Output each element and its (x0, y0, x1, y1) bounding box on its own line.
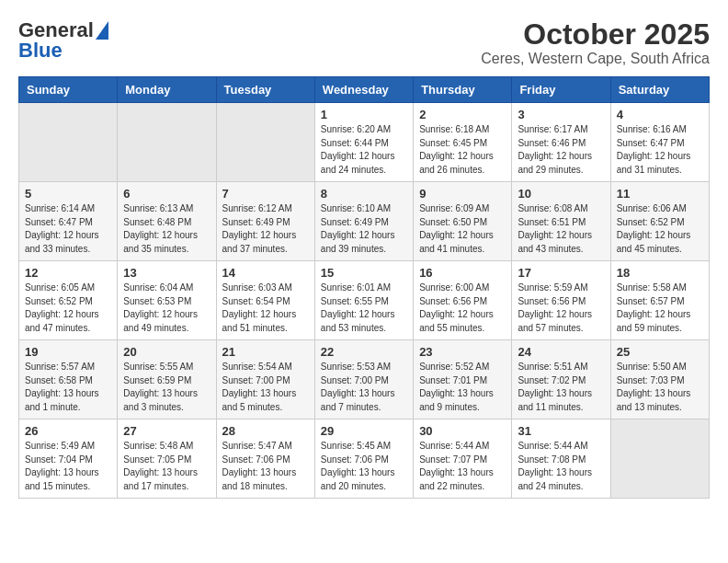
day-number: 7 (222, 187, 309, 201)
day-number: 19 (25, 345, 111, 359)
day-number: 22 (321, 345, 407, 359)
day-number: 4 (617, 108, 703, 121)
calendar-cell: 8Sunrise: 6:10 AM Sunset: 6:49 PM Daylig… (314, 182, 413, 261)
calendar-week-row: 19Sunrise: 5:57 AM Sunset: 6:58 PM Dayli… (19, 340, 710, 419)
day-number: 8 (321, 187, 407, 201)
calendar-cell: 10Sunrise: 6:08 AM Sunset: 6:51 PM Dayli… (512, 182, 610, 261)
day-number: 15 (321, 266, 407, 280)
calendar-cell: 1Sunrise: 6:20 AM Sunset: 6:44 PM Daylig… (314, 103, 413, 182)
calendar-week-row: 12Sunrise: 6:05 AM Sunset: 6:52 PM Dayli… (19, 261, 710, 340)
day-number: 30 (419, 424, 506, 438)
calendar-cell: 26Sunrise: 5:49 AM Sunset: 7:04 PM Dayli… (19, 419, 118, 499)
day-info: Sunrise: 6:09 AM Sunset: 6:50 PM Dayligh… (419, 202, 506, 256)
calendar-cell: 18Sunrise: 5:58 AM Sunset: 6:57 PM Dayli… (610, 261, 709, 340)
calendar-cell: 2Sunrise: 6:18 AM Sunset: 6:45 PM Daylig… (414, 103, 512, 182)
day-info: Sunrise: 6:12 AM Sunset: 6:49 PM Dayligh… (222, 202, 309, 256)
day-info: Sunrise: 5:50 AM Sunset: 7:03 PM Dayligh… (617, 361, 703, 414)
calendar-cell: 9Sunrise: 6:09 AM Sunset: 6:50 PM Daylig… (414, 182, 512, 261)
day-number: 17 (518, 266, 604, 280)
day-info: Sunrise: 6:18 AM Sunset: 6:45 PM Dayligh… (419, 123, 506, 177)
day-number: 21 (222, 345, 309, 359)
calendar-cell: 20Sunrise: 5:55 AM Sunset: 6:59 PM Dayli… (118, 340, 216, 419)
logo-icon (96, 21, 108, 40)
calendar-cell: 15Sunrise: 6:01 AM Sunset: 6:55 PM Dayli… (314, 261, 413, 340)
day-number: 29 (321, 424, 407, 438)
calendar-cell: 25Sunrise: 5:50 AM Sunset: 7:03 PM Dayli… (610, 340, 709, 419)
day-number: 28 (222, 424, 309, 438)
header-thursday: Thursday (414, 77, 512, 103)
day-number: 26 (25, 424, 111, 438)
day-info: Sunrise: 6:16 AM Sunset: 6:47 PM Dayligh… (617, 123, 703, 177)
day-number: 20 (123, 345, 210, 359)
calendar-cell: 22Sunrise: 5:53 AM Sunset: 7:00 PM Dayli… (314, 340, 413, 419)
calendar-cell: 5Sunrise: 6:14 AM Sunset: 6:47 PM Daylig… (19, 182, 118, 261)
day-info: Sunrise: 6:03 AM Sunset: 6:54 PM Dayligh… (222, 282, 309, 335)
calendar-cell: 29Sunrise: 5:45 AM Sunset: 7:06 PM Dayli… (314, 419, 413, 499)
day-info: Sunrise: 6:06 AM Sunset: 6:52 PM Dayligh… (617, 202, 703, 256)
day-info: Sunrise: 5:49 AM Sunset: 7:04 PM Dayligh… (25, 440, 111, 493)
calendar-cell (19, 103, 118, 182)
calendar-cell: 24Sunrise: 5:51 AM Sunset: 7:02 PM Dayli… (512, 340, 610, 419)
day-info: Sunrise: 5:48 AM Sunset: 7:05 PM Dayligh… (123, 440, 210, 493)
day-info: Sunrise: 5:51 AM Sunset: 7:02 PM Dayligh… (518, 361, 604, 414)
calendar-week-row: 26Sunrise: 5:49 AM Sunset: 7:04 PM Dayli… (19, 419, 710, 499)
calendar-cell: 19Sunrise: 5:57 AM Sunset: 6:58 PM Dayli… (19, 340, 118, 419)
day-number: 6 (123, 187, 210, 201)
calendar-cell: 28Sunrise: 5:47 AM Sunset: 7:06 PM Dayli… (216, 419, 314, 499)
calendar-cell (118, 103, 216, 182)
calendar-cell: 6Sunrise: 6:13 AM Sunset: 6:48 PM Daylig… (118, 182, 216, 261)
day-number: 9 (419, 187, 506, 201)
day-number: 27 (123, 424, 210, 438)
day-number: 12 (25, 266, 111, 280)
day-number: 2 (419, 108, 506, 121)
header-sunday: Sunday (19, 77, 118, 103)
day-number: 13 (123, 266, 210, 280)
logo-blue: Blue (18, 39, 63, 63)
day-number: 25 (617, 345, 703, 359)
day-info: Sunrise: 5:45 AM Sunset: 7:06 PM Dayligh… (321, 440, 407, 493)
header-monday: Monday (118, 77, 216, 103)
calendar-cell: 21Sunrise: 5:54 AM Sunset: 7:00 PM Dayli… (216, 340, 314, 419)
day-info: Sunrise: 6:00 AM Sunset: 6:56 PM Dayligh… (419, 282, 506, 335)
header-wednesday: Wednesday (314, 77, 413, 103)
calendar-cell: 13Sunrise: 6:04 AM Sunset: 6:53 PM Dayli… (118, 261, 216, 340)
day-number: 16 (419, 266, 506, 280)
day-info: Sunrise: 5:59 AM Sunset: 6:56 PM Dayligh… (518, 282, 604, 335)
day-info: Sunrise: 5:58 AM Sunset: 6:57 PM Dayligh… (617, 282, 703, 335)
calendar-cell: 23Sunrise: 5:52 AM Sunset: 7:01 PM Dayli… (414, 340, 512, 419)
page: General Blue October 2025 Ceres, Western… (0, 0, 728, 508)
day-info: Sunrise: 5:55 AM Sunset: 6:59 PM Dayligh… (123, 361, 210, 414)
calendar-cell: 27Sunrise: 5:48 AM Sunset: 7:05 PM Dayli… (118, 419, 216, 499)
calendar-subtitle: Ceres, Western Cape, South Africa (481, 51, 710, 67)
calendar-table: Sunday Monday Tuesday Wednesday Thursday… (18, 76, 710, 499)
calendar-week-row: 1Sunrise: 6:20 AM Sunset: 6:44 PM Daylig… (19, 103, 710, 182)
calendar-cell: 11Sunrise: 6:06 AM Sunset: 6:52 PM Dayli… (610, 182, 709, 261)
day-info: Sunrise: 6:01 AM Sunset: 6:55 PM Dayligh… (321, 282, 407, 335)
day-info: Sunrise: 5:53 AM Sunset: 7:00 PM Dayligh… (321, 361, 407, 414)
day-number: 5 (25, 187, 111, 201)
header-tuesday: Tuesday (216, 77, 314, 103)
day-info: Sunrise: 5:57 AM Sunset: 6:58 PM Dayligh… (25, 361, 111, 414)
calendar-cell: 17Sunrise: 5:59 AM Sunset: 6:56 PM Dayli… (512, 261, 610, 340)
calendar-cell (610, 419, 709, 499)
logo: General Blue (18, 18, 108, 63)
day-number: 14 (222, 266, 309, 280)
day-info: Sunrise: 5:52 AM Sunset: 7:01 PM Dayligh… (419, 361, 506, 414)
title-block: October 2025 Ceres, Western Cape, South … (481, 18, 710, 67)
calendar-title: October 2025 (481, 18, 710, 51)
calendar-cell: 7Sunrise: 6:12 AM Sunset: 6:49 PM Daylig… (216, 182, 314, 261)
calendar-cell: 14Sunrise: 6:03 AM Sunset: 6:54 PM Dayli… (216, 261, 314, 340)
day-info: Sunrise: 6:13 AM Sunset: 6:48 PM Dayligh… (123, 202, 210, 256)
calendar-cell: 3Sunrise: 6:17 AM Sunset: 6:46 PM Daylig… (512, 103, 610, 182)
day-info: Sunrise: 6:05 AM Sunset: 6:52 PM Dayligh… (25, 282, 111, 335)
day-number: 10 (518, 187, 604, 201)
day-info: Sunrise: 5:54 AM Sunset: 7:00 PM Dayligh… (222, 361, 309, 414)
day-info: Sunrise: 6:17 AM Sunset: 6:46 PM Dayligh… (518, 123, 604, 177)
day-number: 23 (419, 345, 506, 359)
calendar-header-row: Sunday Monday Tuesday Wednesday Thursday… (19, 77, 710, 103)
day-number: 3 (518, 108, 604, 121)
day-number: 18 (617, 266, 703, 280)
calendar-cell (216, 103, 314, 182)
day-info: Sunrise: 6:14 AM Sunset: 6:47 PM Dayligh… (25, 202, 111, 256)
calendar-cell: 30Sunrise: 5:44 AM Sunset: 7:07 PM Dayli… (414, 419, 512, 499)
